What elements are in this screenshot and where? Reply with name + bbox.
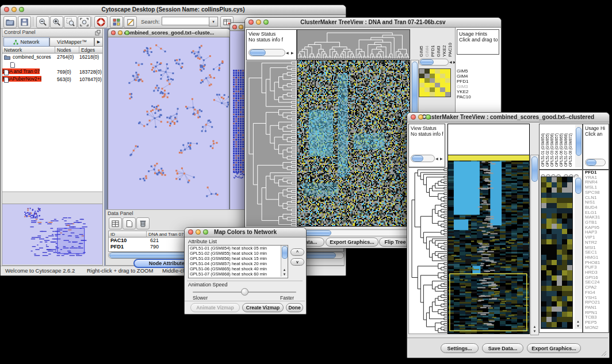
resize-grip[interactable] xyxy=(601,351,607,357)
scrollbar-thumb[interactable] xyxy=(412,155,423,162)
treeview2-titlebar[interactable]: ClusterMaker TreeView : combined_scores_… xyxy=(407,113,609,122)
network-canvas[interactable] xyxy=(108,37,229,209)
scrollbar-thumb[interactable] xyxy=(575,178,582,194)
zoom-out-button[interactable] xyxy=(36,16,49,28)
close-button[interactable] xyxy=(411,114,416,120)
network-row[interactable]: RNAPuberNov2+I 563(0) 107847(0) xyxy=(2,76,102,83)
treeview1-titlebar[interactable]: ClusterMaker TreeView : DNA and Tran 07-… xyxy=(245,18,501,28)
tab-network[interactable]: Network xyxy=(3,37,49,47)
minimize-button[interactable] xyxy=(418,114,423,120)
treeview1-hscrollbar[interactable] xyxy=(290,229,413,236)
cytoscape-titlebar[interactable]: Cytoscape Desktop (Session Name: collins… xyxy=(1,5,346,15)
usage-hscrollbar[interactable] xyxy=(585,159,606,166)
scroll-right-arrow[interactable]: ▶ xyxy=(291,51,294,55)
heatmap-vscrollbar[interactable]: ▲ ▼ xyxy=(530,155,539,335)
scroll-left-arrow[interactable]: ◀ xyxy=(286,51,289,55)
search-input[interactable] xyxy=(162,17,210,25)
network-row-selected[interactable]: combined_sco 2569(6) 13112(15) xyxy=(2,61,102,68)
attribute-item[interactable]: GPL51-04 (GSM857) heat shock 20 min xyxy=(189,261,288,266)
network-view-titlebar[interactable]: combined_scores_good.txt--cluste... xyxy=(108,29,230,37)
search-dropdown-button[interactable]: ▾ xyxy=(209,17,218,26)
column-header-id[interactable]: ID xyxy=(109,231,147,237)
move-down-button[interactable]: v xyxy=(290,258,304,266)
scroll-left-arrow[interactable]: ◀ xyxy=(435,156,438,160)
close-button[interactable] xyxy=(248,20,254,25)
row-dendrogram-canvas[interactable] xyxy=(246,61,296,227)
close-button[interactable] xyxy=(232,25,237,29)
column-header-network[interactable]: Network xyxy=(2,47,55,53)
scrollbar-thumb[interactable] xyxy=(531,156,538,182)
heatmap-canvas[interactable] xyxy=(297,60,410,227)
zoom-vscrollbar[interactable]: ▲ ▼ xyxy=(575,177,582,329)
attribute-item[interactable]: GPL51-06 (GSM865) heat shock 40 min xyxy=(189,266,288,271)
tab-vizmapper[interactable]: VizMapper™ xyxy=(49,37,94,47)
zoom-button[interactable] xyxy=(426,114,431,120)
zoom-button[interactable] xyxy=(125,30,129,35)
zoom-button[interactable] xyxy=(263,20,269,25)
move-up-button[interactable]: ^ xyxy=(290,248,304,256)
scrollbar-thumb[interactable] xyxy=(586,159,596,166)
heatmap-canvas[interactable] xyxy=(447,155,530,334)
network-row[interactable]: DNA and Tran 07 769(0) 183728(0) xyxy=(2,68,102,76)
animate-vizmap-button[interactable]: Animate Vizmap xyxy=(190,303,240,312)
close-button[interactable] xyxy=(4,7,9,12)
scroll-up-arrow[interactable]: ▲ xyxy=(575,320,582,324)
scroll-up-arrow[interactable]: ▲ xyxy=(531,325,538,329)
scrollbar-thumb[interactable] xyxy=(250,49,266,56)
view-status-hscrollbar[interactable] xyxy=(248,49,285,56)
create-vizmap-button[interactable]: Create Vizmap xyxy=(242,303,284,312)
window-controls[interactable] xyxy=(411,114,431,120)
zoom-button[interactable] xyxy=(19,7,24,12)
attribute-item[interactable]: GPL51-01 (GSM854) heat shock 05 min xyxy=(189,246,288,251)
gene-item[interactable]: MON2 xyxy=(583,325,609,331)
minimize-button[interactable] xyxy=(12,7,17,12)
window-controls[interactable] xyxy=(188,229,208,235)
done-button[interactable]: Done xyxy=(286,303,303,312)
delete-attribute-button[interactable] xyxy=(136,217,150,229)
row-dendrogram-canvas[interactable] xyxy=(408,167,447,334)
scrollbar-thumb[interactable] xyxy=(576,127,582,156)
zoom-selected-button[interactable] xyxy=(64,16,77,28)
window-controls[interactable] xyxy=(111,30,129,35)
zoom-in-button[interactable] xyxy=(50,16,63,28)
list-vscrollbar[interactable]: ▲ ▼ xyxy=(281,246,288,277)
float-panel-icon[interactable] xyxy=(95,30,101,36)
zoom-heatmap-canvas[interactable] xyxy=(541,177,573,329)
annotation-button[interactable] xyxy=(124,16,137,28)
select-attributes-button[interactable] xyxy=(109,217,122,229)
column-header-edges[interactable]: Edges xyxy=(79,47,102,53)
help-button[interactable] xyxy=(94,16,108,28)
attribute-item[interactable]: GPL51-07 (GSM868) heat shock 60 min xyxy=(189,271,288,277)
window-controls[interactable] xyxy=(4,7,24,12)
labels-vscrollbar[interactable] xyxy=(575,125,582,167)
new-attribute-button[interactable] xyxy=(123,217,136,229)
save-session-button[interactable] xyxy=(18,16,31,28)
vizmapper-button[interactable] xyxy=(110,16,123,28)
minimize-button[interactable] xyxy=(118,30,123,35)
network-overview-canvas[interactable] xyxy=(2,204,102,265)
zoom-fit-button[interactable] xyxy=(78,16,91,28)
tab-overflow-button[interactable]: ▶ xyxy=(94,37,103,47)
minimize-button[interactable] xyxy=(256,20,261,25)
dialog-titlebar[interactable]: Map Colors to Network xyxy=(185,228,306,237)
window-controls[interactable] xyxy=(248,20,269,25)
scroll-down-arrow[interactable]: ▼ xyxy=(575,324,582,328)
close-button[interactable] xyxy=(188,229,193,235)
minimize-button[interactable] xyxy=(196,229,201,235)
scroll-down-arrow[interactable]: ▼ xyxy=(281,273,288,277)
speed-slider-thumb[interactable] xyxy=(241,288,248,296)
attribute-item[interactable]: GPL51-02 (GSM855) heat shock 10 min xyxy=(189,251,288,256)
column-dendrogram-canvas[interactable] xyxy=(297,29,410,59)
scrollbar-thumb[interactable] xyxy=(282,246,288,259)
view-status-hscrollbar[interactable] xyxy=(411,155,435,162)
scroll-left-arrow[interactable]: ◀ xyxy=(449,60,452,64)
column-header-nodes[interactable]: Nodes xyxy=(55,47,79,53)
save-data-button[interactable]: Save Data... xyxy=(482,343,523,353)
zoom-matrix[interactable] xyxy=(419,68,451,97)
open-session-button[interactable] xyxy=(3,16,17,28)
close-button[interactable] xyxy=(111,30,116,35)
zoom-button[interactable] xyxy=(203,229,208,235)
export-graphics-button[interactable]: Export Graphics... xyxy=(527,343,581,353)
minimize-button[interactable] xyxy=(239,25,243,29)
scrollbar-thumb[interactable] xyxy=(420,59,434,65)
